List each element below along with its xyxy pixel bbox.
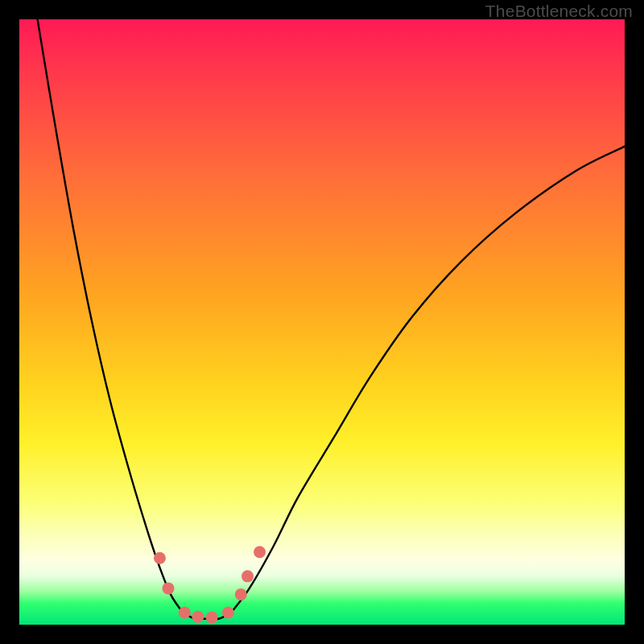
data-marker: [206, 611, 218, 623]
data-marker: [222, 606, 234, 618]
data-marker: [154, 552, 166, 564]
near-minimum-markers: [154, 546, 266, 623]
bottleneck-curve: [38, 19, 625, 619]
watermark-text: TheBottleneck.com: [485, 2, 633, 21]
data-marker: [162, 582, 174, 594]
curve-left-branch: [38, 19, 183, 613]
outer-frame: TheBottleneck.com: [0, 0, 644, 644]
curve-right-branch: [231, 147, 625, 613]
chart-svg: [19, 19, 625, 625]
plot-area: [19, 19, 625, 625]
data-marker: [235, 588, 247, 601]
data-marker: [192, 611, 204, 623]
data-marker: [242, 570, 254, 582]
data-marker: [254, 546, 266, 558]
data-marker: [179, 606, 191, 618]
